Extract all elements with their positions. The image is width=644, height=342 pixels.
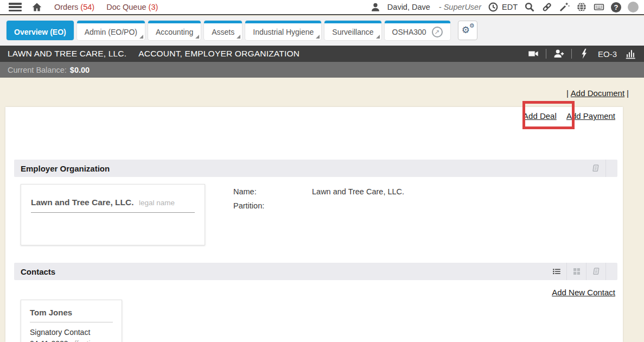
help-icon[interactable]: ? (611, 2, 621, 12)
book-icon[interactable] (586, 160, 605, 177)
clock-icon[interactable] (488, 2, 499, 12)
legal-name-hint: legal name (139, 199, 175, 207)
doc-queue-count: (3) (149, 3, 158, 11)
chevron-down-icon (376, 35, 380, 39)
section-title: Contacts (21, 267, 55, 276)
contact-name: Tom Jones (30, 308, 113, 322)
field-value: Lawn and Tree Care, LLC. (312, 187, 404, 196)
field-label: Name: (233, 187, 312, 196)
tab-settings-button[interactable]: ⚙ ⚙ (458, 21, 477, 40)
entity-type: ACCOUNT, EMPLOYER ORGANIZATION (138, 49, 299, 59)
tab-assets[interactable]: Assets (204, 21, 242, 40)
contact-effective-date: 04-11-2023 effective (30, 339, 113, 342)
entity-title-bar: LAWN AND TREE CARE, LLC. ACCOUNT, EMPLOY… (0, 46, 644, 62)
tab-industrial-hygiene[interactable]: Industrial Hygiene (245, 21, 321, 40)
add-payment-link[interactable]: Add Payment (566, 111, 615, 121)
header-spacer (605, 263, 617, 280)
user-role: - SuperUser (439, 3, 481, 11)
add-new-contact-link[interactable]: Add New Contact (552, 288, 615, 297)
divider (546, 49, 546, 59)
divider (571, 49, 572, 59)
add-document-link[interactable]: Add Document (571, 88, 624, 98)
overview-panel: Add Deal Add Payment Employer Organizati… (5, 107, 623, 342)
balance-bar: Current Balance: $0.00 (0, 62, 644, 78)
chevron-down-icon (316, 35, 320, 39)
entity-code: EO-3 (598, 49, 617, 59)
user-icon (370, 2, 381, 12)
header-spacer (605, 160, 617, 177)
org-fields: Name: Lawn and Tree Care, LLC. Partition… (233, 187, 404, 216)
chevron-down-icon (237, 35, 240, 39)
avatar-circle[interactable] (628, 2, 639, 12)
balance-value: $0.00 (70, 66, 90, 74)
section-title: Employer Organization (21, 164, 110, 173)
tab-accounting[interactable]: Accounting (148, 21, 201, 40)
field-label: Partition: (233, 201, 312, 210)
contacts-section-header: Contacts (14, 263, 617, 280)
entity-name: LAWN AND TREE CARE, LLC. (8, 49, 126, 59)
org-legal-name: Lawn and Tree Care, LLC. (31, 198, 134, 207)
add-deal-link[interactable]: Add Deal (523, 111, 557, 121)
bar-chart-icon[interactable] (624, 48, 636, 60)
person-add-icon[interactable] (553, 48, 565, 60)
home-icon[interactable] (31, 2, 42, 12)
video-camera-icon[interactable] (527, 48, 539, 60)
contact-card[interactable]: Tom Jones Signatory Contact 04-11-2023 e… (21, 300, 122, 342)
timezone-label: EDT (502, 3, 518, 11)
date-hint: effective (70, 339, 98, 342)
add-contact-row: Add New Contact (552, 288, 615, 297)
lightning-icon[interactable] (578, 48, 590, 60)
keyboard-icon[interactable] (594, 2, 604, 12)
chevron-down-icon (139, 35, 143, 39)
nav-orders[interactable]: Orders (54) (54, 3, 94, 11)
contact-role: Signatory Contact (30, 328, 113, 337)
top-bar: Orders (54) Doc Queue (3) David, Dave - … (0, 0, 644, 15)
tab-admin-eo-po[interactable]: Admin (EO/PO) (77, 21, 145, 40)
gear-icon: ⚙ (469, 23, 475, 29)
list-view-icon[interactable] (547, 263, 566, 280)
orders-count: (54) (80, 3, 94, 11)
employer-org-card[interactable]: Lawn and Tree Care, LLC. legal name (21, 184, 205, 245)
wand-icon[interactable] (559, 2, 570, 12)
menu-icon[interactable] (9, 3, 22, 11)
gear-icon: ⚙ (462, 26, 470, 35)
globe-icon[interactable] (576, 2, 587, 12)
search-icon[interactable] (524, 2, 535, 12)
employer-organization-section-header: Employer Organization (14, 160, 617, 177)
main-content: |Add Document| Add Deal Add Payment Empl… (0, 78, 644, 342)
field-row-partition: Partition: (233, 201, 404, 210)
legal-name-field: Lawn and Tree Care, LLC. legal name (31, 198, 195, 213)
link-icon[interactable] (541, 2, 552, 12)
popout-arrow-icon[interactable]: ↗ (432, 27, 443, 37)
nav-doc-queue[interactable]: Doc Queue (3) (106, 3, 158, 11)
balance-label: Current Balance: (8, 66, 67, 74)
document-actions-row: |Add Document| (564, 88, 631, 98)
deal-actions-row: Add Deal Add Payment (515, 111, 615, 121)
tab-overview-eo[interactable]: Overview (EO) (7, 21, 74, 40)
chevron-down-icon (195, 35, 199, 39)
grid-view-icon[interactable] (566, 263, 586, 280)
field-row-name: Name: Lawn and Tree Care, LLC. (233, 187, 404, 196)
book-icon[interactable] (586, 263, 605, 280)
tab-bar: Overview (EO) Admin (EO/PO) Accounting A… (0, 16, 644, 46)
tab-osha300[interactable]: OSHA300 ↗ (385, 21, 450, 40)
user-name: David, Dave (387, 3, 430, 11)
tab-surveillance[interactable]: Surveillance (324, 21, 381, 40)
